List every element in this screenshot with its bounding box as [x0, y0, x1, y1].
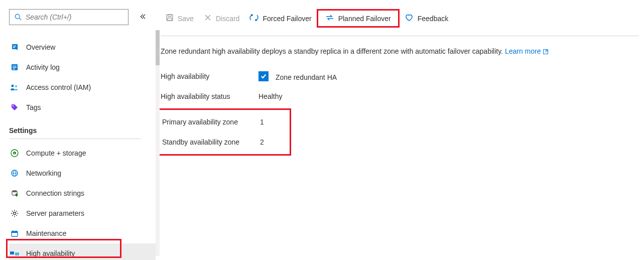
- ha-label: High availability: [161, 72, 259, 80]
- scrollbar[interactable]: [156, 30, 160, 256]
- primary-zone-value: 1: [260, 118, 264, 126]
- svg-rect-29: [168, 18, 172, 21]
- svg-rect-28: [168, 15, 171, 17]
- svg-rect-5: [13, 66, 17, 66]
- nav-label: Connection strings: [26, 189, 84, 197]
- overview-icon: [10, 43, 19, 52]
- discard-label: Discard: [216, 15, 239, 23]
- forced-failover-button[interactable]: Forced Failover: [244, 12, 316, 25]
- status-value: Healthy: [259, 92, 282, 100]
- planned-failover-label: Planned Failover: [338, 15, 391, 23]
- svg-point-17: [12, 190, 17, 192]
- svg-point-9: [15, 85, 17, 87]
- svg-point-33: [255, 20, 256, 21]
- svg-point-10: [13, 105, 14, 106]
- nav-label: Activity log: [26, 63, 60, 71]
- nav-label: Overview: [26, 43, 55, 51]
- nav-activity-log[interactable]: Activity log: [9, 57, 150, 77]
- highlight-annotation: Primary availability zone 1 Standby avai…: [157, 108, 291, 156]
- ha-row: High availability Zone redundant HA: [161, 66, 644, 86]
- nav-label: Tags: [26, 103, 41, 111]
- collapse-sidebar-icon[interactable]: [139, 13, 146, 22]
- ha-icon: [10, 249, 19, 258]
- status-row: High availability status Healthy: [161, 86, 644, 106]
- nav-maintenance[interactable]: Maintenance: [9, 223, 150, 243]
- save-icon: [166, 14, 174, 23]
- nav-tags[interactable]: Tags: [9, 97, 150, 117]
- standby-zone-label: Standby availability zone: [162, 138, 260, 146]
- gear-icon: [10, 209, 19, 218]
- description: Zone redundant high availability deploys…: [161, 47, 644, 55]
- nav-label: Access control (IAM): [26, 83, 91, 91]
- sidebar: Overview Activity log Access control (IA…: [0, 0, 161, 260]
- svg-rect-6: [13, 67, 17, 68]
- learn-more-link[interactable]: Learn more: [505, 47, 549, 55]
- svg-rect-22: [12, 231, 18, 233]
- nav-label: Networking: [26, 169, 61, 177]
- save-button[interactable]: Save: [161, 12, 199, 25]
- feedback-button[interactable]: Feedback: [400, 12, 453, 25]
- primary-zone-row: Primary availability zone 1: [162, 112, 290, 132]
- activitylog-icon: [10, 63, 19, 72]
- svg-point-20: [14, 212, 16, 215]
- svg-rect-3: [13, 47, 15, 48]
- svg-rect-25: [10, 251, 14, 254]
- svg-point-32: [251, 15, 252, 16]
- main-content: Save Discard Forced Failover P: [161, 0, 644, 260]
- nav-label: High availability: [26, 249, 75, 257]
- access-control-icon: [10, 83, 19, 92]
- toolbar: Save Discard Forced Failover P: [161, 9, 639, 36]
- standby-zone-row: Standby availability zone 2: [162, 132, 290, 152]
- planned-failover-button[interactable]: Planned Failover: [320, 12, 396, 25]
- ha-checkbox-label: Zone redundant HA: [276, 73, 337, 81]
- svg-text:$: $: [14, 152, 16, 155]
- connection-icon: [10, 189, 19, 198]
- search-input-wrap[interactable]: [9, 9, 128, 25]
- nav-label: Compute + storage: [26, 149, 86, 157]
- nav-access-control[interactable]: Access control (IAM): [9, 77, 150, 97]
- forced-failover-label: Forced Failover: [263, 15, 311, 23]
- ha-value: Zone redundant HA: [259, 71, 337, 81]
- nav-label: Server parameters: [26, 209, 84, 217]
- svg-rect-7: [13, 69, 15, 69]
- nav-connection-strings[interactable]: Connection strings: [9, 183, 150, 203]
- nav-high-availability[interactable]: High availability: [9, 243, 156, 260]
- forced-failover-icon: [249, 14, 259, 23]
- scrollbar-thumb[interactable]: [156, 30, 160, 65]
- nav-overview[interactable]: Overview: [9, 37, 150, 57]
- save-label: Save: [178, 15, 194, 23]
- search-input[interactable]: [26, 13, 124, 21]
- planned-failover-icon: [325, 14, 334, 23]
- description-text: Zone redundant high availability deploys…: [161, 47, 505, 55]
- nav-label: Maintenance: [26, 229, 66, 237]
- standby-zone-value: 2: [260, 138, 264, 146]
- svg-rect-26: [15, 252, 19, 255]
- svg-line-1: [19, 18, 21, 20]
- status-label: High availability status: [161, 92, 259, 100]
- svg-point-0: [15, 14, 20, 19]
- highlight-annotation: Planned Failover: [317, 9, 400, 28]
- svg-point-8: [12, 85, 14, 87]
- svg-rect-19: [16, 196, 17, 197]
- ha-checkbox[interactable]: [259, 71, 269, 81]
- feedback-label: Feedback: [418, 15, 448, 23]
- primary-zone-label: Primary availability zone: [162, 118, 260, 126]
- compute-icon: $: [10, 149, 19, 158]
- discard-button[interactable]: Discard: [199, 12, 244, 25]
- nav-server-parameters[interactable]: Server parameters: [9, 203, 150, 223]
- maintenance-icon: [10, 229, 19, 238]
- discard-icon: [204, 14, 212, 23]
- search-icon: [14, 13, 23, 22]
- svg-rect-2: [13, 46, 16, 47]
- networking-icon: [10, 169, 19, 178]
- feedback-icon: [405, 14, 414, 23]
- svg-point-18: [16, 194, 18, 196]
- nav-compute-storage[interactable]: $ Compute + storage: [9, 143, 150, 163]
- nav-networking[interactable]: Networking: [9, 163, 150, 183]
- tags-icon: [10, 103, 19, 112]
- settings-header: Settings: [9, 126, 141, 139]
